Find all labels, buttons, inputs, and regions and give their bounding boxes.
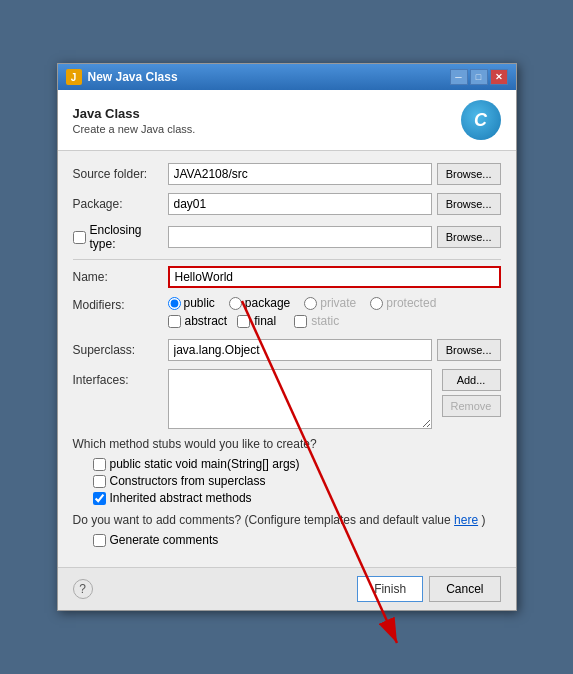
modifier-package-option[interactable]: package xyxy=(229,296,290,310)
modifiers-row: Modifiers: public package pr xyxy=(73,296,501,331)
interfaces-label: Interfaces: xyxy=(73,369,168,387)
title-bar-label: New Java Class xyxy=(88,70,178,84)
superclass-input[interactable] xyxy=(168,339,432,361)
modifier-abstract-option[interactable]: abstract xyxy=(168,314,228,328)
header-text: Java Class Create a new Java class. xyxy=(73,106,196,135)
interfaces-row: Interfaces: Add... Remove xyxy=(73,369,501,429)
comments-area: Do you want to add comments? (Configure … xyxy=(73,513,501,547)
enclosing-type-row: Enclosing type: Browse... xyxy=(73,223,501,251)
dialog-footer: ? Finish Cancel xyxy=(58,567,516,610)
comments-link[interactable]: here xyxy=(454,513,478,527)
separator1 xyxy=(73,259,501,260)
modifier-other-row: abstract final static xyxy=(168,314,437,331)
stub-constructors-checkbox[interactable] xyxy=(93,475,106,488)
source-folder-row: Source folder: Browse... xyxy=(73,163,501,185)
generate-comments-option[interactable]: Generate comments xyxy=(93,533,501,547)
generate-comments-checkbox[interactable] xyxy=(93,534,106,547)
help-button[interactable]: ? xyxy=(73,579,93,599)
title-bar-left: J New Java Class xyxy=(66,69,178,85)
modifier-final-checkbox[interactable] xyxy=(237,315,250,328)
modifier-static-checkbox[interactable] xyxy=(294,315,307,328)
modifier-public-option[interactable]: public xyxy=(168,296,215,310)
dialog-body: Source folder: Browse... Package: Browse… xyxy=(58,151,516,567)
enclosing-type-input[interactable] xyxy=(168,226,432,248)
source-folder-input[interactable] xyxy=(168,163,432,185)
stubs-area: Which method stubs would you like to cre… xyxy=(73,437,501,505)
package-browse-button[interactable]: Browse... xyxy=(437,193,501,215)
new-java-class-dialog: J New Java Class ─ □ ✕ Java Class Create… xyxy=(57,63,517,611)
interfaces-input[interactable] xyxy=(168,369,432,429)
modifier-protected-radio[interactable] xyxy=(370,297,383,310)
modifier-abstract-checkbox[interactable] xyxy=(168,315,181,328)
modifier-static-option[interactable]: static xyxy=(294,314,339,328)
modifier-final-option[interactable]: final xyxy=(237,314,276,328)
header-title: Java Class xyxy=(73,106,196,121)
modifier-protected-option[interactable]: protected xyxy=(370,296,436,310)
header-subtitle: Create a new Java class. xyxy=(73,123,196,135)
source-folder-browse-button[interactable]: Browse... xyxy=(437,163,501,185)
modifier-private-option[interactable]: private xyxy=(304,296,356,310)
modifier-public-radio[interactable] xyxy=(168,297,181,310)
name-row: Name: xyxy=(73,266,501,288)
name-label: Name: xyxy=(73,270,168,284)
finish-button[interactable]: Finish xyxy=(357,576,423,602)
stub-inherited-checkbox[interactable] xyxy=(93,492,106,505)
close-button[interactable]: ✕ xyxy=(490,69,508,85)
enclosing-type-check-label: Enclosing type: xyxy=(73,223,168,251)
maximize-button[interactable]: □ xyxy=(470,69,488,85)
comments-title: Do you want to add comments? (Configure … xyxy=(73,513,501,527)
footer-buttons: Finish Cancel xyxy=(357,576,500,602)
name-input[interactable] xyxy=(168,266,501,288)
enclosing-type-browse-button[interactable]: Browse... xyxy=(437,226,501,248)
source-folder-label: Source folder: xyxy=(73,167,168,181)
stub-main-checkbox[interactable] xyxy=(93,458,106,471)
superclass-label: Superclass: xyxy=(73,343,168,357)
dialog-header: Java Class Create a new Java class. C xyxy=(58,90,516,151)
modifiers-label: Modifiers: xyxy=(73,296,168,312)
stub-main-option[interactable]: public static void main(String[] args) xyxy=(93,457,501,471)
superclass-row: Superclass: Browse... xyxy=(73,339,501,361)
package-row: Package: Browse... xyxy=(73,193,501,215)
package-label: Package: xyxy=(73,197,168,211)
modifier-private-radio[interactable] xyxy=(304,297,317,310)
enclosing-type-checkbox[interactable] xyxy=(73,231,86,244)
title-bar-controls: ─ □ ✕ xyxy=(450,69,508,85)
title-bar: J New Java Class ─ □ ✕ xyxy=(58,64,516,90)
cancel-button[interactable]: Cancel xyxy=(429,576,500,602)
stubs-title: Which method stubs would you like to cre… xyxy=(73,437,501,451)
package-input[interactable] xyxy=(168,193,432,215)
interfaces-add-button[interactable]: Add... xyxy=(442,369,501,391)
stub-inherited-option[interactable]: Inherited abstract methods xyxy=(93,491,501,505)
java-logo-icon: C xyxy=(461,100,501,140)
stub-constructors-option[interactable]: Constructors from superclass xyxy=(93,474,501,488)
dialog-wrapper: J New Java Class ─ □ ✕ Java Class Create… xyxy=(57,63,517,611)
modifier-package-radio[interactable] xyxy=(229,297,242,310)
minimize-button[interactable]: ─ xyxy=(450,69,468,85)
superclass-browse-button[interactable]: Browse... xyxy=(437,339,501,361)
modifiers-content: public package private protected xyxy=(168,296,437,331)
interfaces-buttons: Add... Remove xyxy=(437,369,501,417)
dialog-icon: J xyxy=(66,69,82,85)
modifier-access-row: public package private protected xyxy=(168,296,437,310)
interfaces-remove-button[interactable]: Remove xyxy=(442,395,501,417)
